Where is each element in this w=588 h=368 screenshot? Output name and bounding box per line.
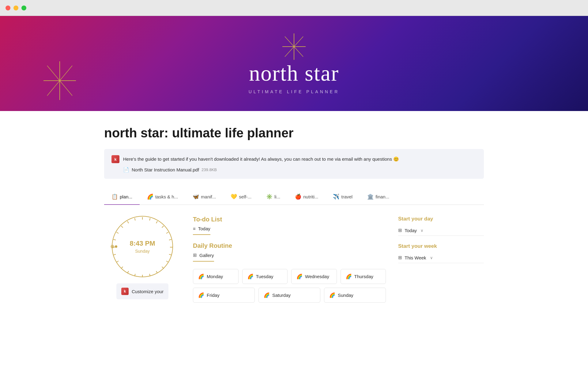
star-center-icon [282, 33, 306, 62]
routine-grid-row1: 🌈Monday🌈Tuesday🌈Wednesday🌈Thursday [193, 269, 386, 284]
start-week-title: Start your week [398, 243, 484, 249]
svg-point-4 [293, 46, 295, 48]
nav-tab-label-3: self-... [239, 194, 251, 199]
minimize-button[interactable] [13, 6, 18, 10]
clock-tick-11 [149, 274, 150, 276]
clock-tick-12 [142, 275, 143, 277]
clock-tick-15 [121, 266, 123, 269]
clock-tick-6 [170, 247, 172, 247]
routine-label-saturday: Saturday [272, 293, 291, 298]
clock-tick-17 [113, 254, 116, 255]
routine-icon-1: 🌈 [247, 274, 254, 279]
nav-tab-plan---[interactable]: 📋plan... [104, 190, 140, 205]
routine-grid-row2: 🌈Friday🌈Saturday🌈Sunday [193, 288, 386, 303]
clock-inner-dot [115, 245, 117, 248]
nav-tab-icon-5: 🍎 [295, 194, 301, 200]
nav-tab-finan---[interactable]: 🏛️finan... [360, 190, 397, 205]
clock-tick-3 [162, 226, 164, 228]
clock-tick-1 [149, 218, 150, 220]
nav-tab-li---[interactable]: ✳️li... [259, 190, 288, 205]
customize-text: Customize your [132, 289, 164, 294]
nav-tab-manif---[interactable]: 🦋manif... [185, 190, 223, 205]
nav-tab-icon-4: ✳️ [266, 194, 273, 200]
routine-icon-3: 🌈 [346, 274, 352, 279]
routine-title: Daily Routine [193, 242, 386, 249]
clock-tick-23 [134, 218, 136, 220]
clock-ticks [112, 217, 172, 277]
file-icon: 📄 [123, 167, 129, 173]
window-chrome [0, 0, 588, 16]
nav-tab-self----[interactable]: 💛self-... [223, 190, 259, 205]
todo-view-label: Today [198, 226, 210, 231]
routine-card-sunday[interactable]: 🌈Sunday [324, 288, 386, 303]
routine-icon-0: 🌈 [198, 274, 204, 279]
close-button[interactable] [6, 6, 10, 10]
nav-tab-tasks---h---[interactable]: 🌈tasks & h... [140, 190, 185, 205]
clock-tick-2 [156, 221, 158, 224]
routine-view-icon: ⊞ [193, 252, 197, 258]
this-week-item[interactable]: ⊞ This Week ∨ [398, 252, 484, 263]
file-name: North Star Instruction Manual.pdf [132, 167, 199, 172]
this-week-icon: ⊞ [398, 255, 402, 260]
nav-tab-label-6: travel [341, 194, 352, 199]
clock-tick-20 [116, 232, 119, 234]
today-item[interactable]: ⊞ Today ∨ [398, 225, 484, 236]
nav-tab-label-0: plan... [120, 194, 132, 199]
clock-container: 8:43 PM Sunday k Customize your [104, 216, 181, 299]
routine-label-tuesday: Tuesday [256, 274, 273, 279]
routine-card-monday[interactable]: 🌈Monday [193, 269, 239, 284]
routine-card-wednesday[interactable]: 🌈Wednesday [291, 269, 337, 284]
content-section: To-do List ≡ Today Daily Routine ⊞ Galle… [193, 216, 386, 303]
routine-icon-r2-0: 🌈 [198, 292, 204, 298]
this-week-chevron: ∨ [430, 255, 433, 260]
nav-tab-nutriti---[interactable]: 🍎nutriti... [288, 190, 326, 205]
routine-label-friday: Friday [207, 293, 220, 298]
hero-title: north star [249, 61, 339, 86]
clock-tick-8 [166, 261, 168, 263]
start-day-section: Start your day ⊞ Today ∨ [398, 216, 484, 236]
routine-label-sunday: Sunday [338, 293, 353, 298]
customize-box[interactable]: k Customize your [116, 283, 168, 299]
clock-tick-10 [156, 271, 158, 273]
nav-tab-label-4: li... [274, 194, 280, 199]
nav-tab-icon-2: 🦋 [193, 194, 199, 200]
routine-icon-r2-1: 🌈 [264, 292, 270, 298]
page-title: north star: ultimate life planner [104, 126, 484, 140]
page-content: north star: ultimate life planner k Here… [83, 126, 505, 303]
routine-card-tuesday[interactable]: 🌈Tuesday [242, 269, 288, 284]
clock-tick-4 [166, 232, 168, 234]
clock-tick-9 [162, 266, 164, 269]
guide-avatar: k [111, 155, 119, 163]
routine-icon-2: 🌈 [296, 274, 303, 279]
svg-point-9 [59, 80, 61, 82]
guide-row: k Here's the guide to get started if you… [111, 155, 477, 163]
nav-tab-travel[interactable]: ✈️travel [326, 190, 360, 205]
star-left-icon [43, 61, 77, 102]
routine-card-thursday[interactable]: 🌈Thursday [341, 269, 386, 284]
routine-view-label: Gallery [199, 253, 214, 258]
clock-tick-7 [169, 254, 172, 255]
routine-label-thursday: Thursday [354, 274, 374, 279]
nav-tab-icon-6: ✈️ [333, 194, 339, 200]
nav-tab-label-2: manif... [201, 194, 216, 199]
right-panel: Start your day ⊞ Today ∨ Start your week… [398, 216, 484, 263]
customize-avatar: k [121, 288, 129, 295]
clock-tick-22 [127, 221, 129, 224]
routine-label-monday: Monday [207, 274, 223, 279]
main-grid: 8:43 PM Sunday k Customize your To-do Li… [104, 216, 484, 303]
clock-tick-5 [169, 239, 172, 240]
start-week-section: Start your week ⊞ This Week ∨ [398, 243, 484, 263]
file-row[interactable]: 📄 North Star Instruction Manual.pdf 239.… [123, 167, 477, 173]
routine-icon-r2-2: 🌈 [329, 292, 335, 298]
maximize-button[interactable] [21, 6, 26, 10]
today-chevron: ∨ [420, 228, 424, 233]
today-icon: ⊞ [398, 228, 402, 233]
todo-view-selector[interactable]: ≡ Today [193, 226, 210, 235]
guide-text: Here's the guide to get started if you h… [123, 156, 399, 162]
routine-card-friday[interactable]: 🌈Friday [193, 288, 255, 303]
routine-card-saturday[interactable]: 🌈Saturday [258, 288, 320, 303]
routine-view-selector[interactable]: ⊞ Gallery [193, 252, 214, 262]
clock-tick-13 [134, 274, 136, 276]
daily-routine-section: Daily Routine ⊞ Gallery 🌈Monday🌈Tuesday🌈… [193, 242, 386, 303]
routine-label-wednesday: Wednesday [305, 274, 329, 279]
